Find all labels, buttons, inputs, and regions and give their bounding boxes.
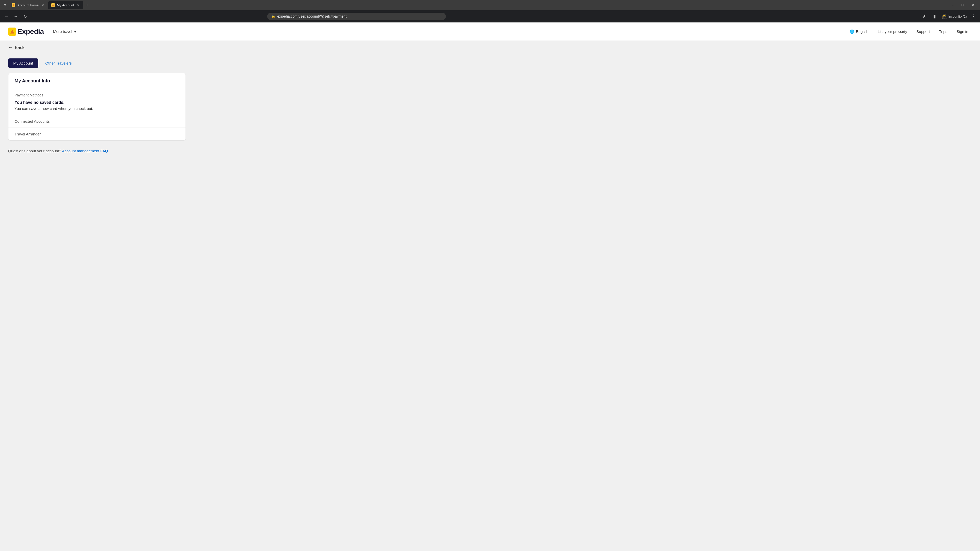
incognito-label: Incognito (2) xyxy=(948,14,967,18)
tab-my-account[interactable]: My Account ✕ xyxy=(48,1,83,9)
english-label: English xyxy=(856,29,869,34)
travel-arranger-section[interactable]: Travel Arranger xyxy=(8,128,186,140)
no-cards-heading: You have no saved cards. xyxy=(14,100,180,105)
trips-button[interactable]: Trips xyxy=(935,27,951,36)
faq-prefix: Questions about your account? xyxy=(8,149,61,153)
back-section: ← Back xyxy=(0,41,980,54)
support-button[interactable]: Support xyxy=(913,27,934,36)
tab-bar: ▼ Account home ✕ My Account ✕ + − □ ✕ xyxy=(0,0,980,10)
main-content: My Account Other Travelers My Account In… xyxy=(0,54,194,163)
tab-label-1: Account home xyxy=(18,3,38,7)
window-controls: − □ ✕ xyxy=(950,2,978,8)
sign-in-button[interactable]: Sign in xyxy=(953,27,972,36)
trips-label: Trips xyxy=(939,29,947,34)
back-button[interactable]: ← Back xyxy=(8,45,972,50)
new-tab-button[interactable]: + xyxy=(84,2,91,8)
tab-close-1[interactable]: ✕ xyxy=(41,3,45,7)
back-arrow-icon: ← xyxy=(8,45,13,50)
more-travel-button[interactable]: More travel ▼ xyxy=(50,27,80,36)
payment-methods-label: Payment Methods xyxy=(14,93,180,97)
tab-label-2: My Account xyxy=(57,3,74,7)
sidebar-button[interactable]: ▮ xyxy=(931,13,938,20)
tab-dropdown[interactable]: ▼ xyxy=(2,2,8,8)
payment-methods-section: Payment Methods You have no saved cards.… xyxy=(8,89,186,115)
back-nav-button[interactable]: ← xyxy=(3,13,10,20)
url-text: expedia.com/user/account/?&selc=payment xyxy=(277,14,442,18)
site-header: Expedia More travel ▼ 🌐 English List you… xyxy=(0,22,980,41)
logo-icon xyxy=(8,27,16,36)
english-button[interactable]: 🌐 English xyxy=(846,27,872,36)
globe-icon: 🌐 xyxy=(850,29,854,34)
bookmark-button[interactable]: ★ xyxy=(921,13,928,20)
incognito-badge[interactable]: 🥷 Incognito (2) xyxy=(941,14,967,19)
browser-chrome: ▼ Account home ✕ My Account ✕ + − □ ✕ ← … xyxy=(0,0,980,22)
tab-close-2[interactable]: ✕ xyxy=(76,3,80,7)
back-label: Back xyxy=(15,45,24,50)
maximize-button[interactable]: □ xyxy=(959,2,966,8)
forward-nav-button[interactable]: → xyxy=(12,13,19,20)
support-label: Support xyxy=(916,29,930,34)
list-property-label: List your property xyxy=(878,29,907,34)
faq-section: Questions about your account? Account ma… xyxy=(8,149,186,153)
tab-buttons: My Account Other Travelers xyxy=(8,59,186,68)
my-account-tab[interactable]: My Account xyxy=(8,59,38,68)
travel-arranger-label: Travel Arranger xyxy=(14,132,180,136)
page-content: Expedia More travel ▼ 🌐 English List you… xyxy=(0,22,980,551)
account-info-title: My Account Info xyxy=(14,78,50,83)
incognito-icon: 🥷 xyxy=(941,14,947,19)
toolbar-right: ★ ▮ 🥷 Incognito (2) ⋮ xyxy=(921,13,977,20)
other-travelers-tab[interactable]: Other Travelers xyxy=(40,59,77,68)
address-bar-row: ← → ↻ 🔒 expedia.com/user/account/?&selc=… xyxy=(0,10,980,22)
secure-icon: 🔒 xyxy=(271,14,275,18)
tab-account-home[interactable]: Account home ✕ xyxy=(9,1,48,9)
header-right: 🌐 English List your property Support Tri… xyxy=(846,27,972,36)
reload-button[interactable]: ↻ xyxy=(21,13,29,20)
connected-accounts-label: Connected Accounts xyxy=(14,119,180,124)
list-property-button[interactable]: List your property xyxy=(874,27,911,36)
logo-text: Expedia xyxy=(18,27,44,36)
tab-favicon-2 xyxy=(51,3,55,7)
logo[interactable]: Expedia xyxy=(8,27,44,36)
connected-accounts-section[interactable]: Connected Accounts xyxy=(8,115,186,128)
save-card-text: You can save a new card when you check o… xyxy=(14,106,180,111)
more-travel-label: More travel xyxy=(53,29,72,34)
chevron-down-icon: ▼ xyxy=(73,29,77,34)
account-card-header: My Account Info xyxy=(8,73,186,89)
minimize-button[interactable]: − xyxy=(950,2,956,8)
account-card: My Account Info Payment Methods You have… xyxy=(8,73,186,141)
sign-in-label: Sign in xyxy=(956,29,968,34)
header-nav: More travel ▼ xyxy=(50,27,80,36)
tab-favicon-1 xyxy=(12,3,15,7)
menu-button[interactable]: ⋮ xyxy=(970,13,977,20)
faq-link[interactable]: Account management FAQ xyxy=(62,149,108,153)
close-button[interactable]: ✕ xyxy=(970,2,976,8)
address-bar[interactable]: 🔒 expedia.com/user/account/?&selc=paymen… xyxy=(267,13,446,20)
